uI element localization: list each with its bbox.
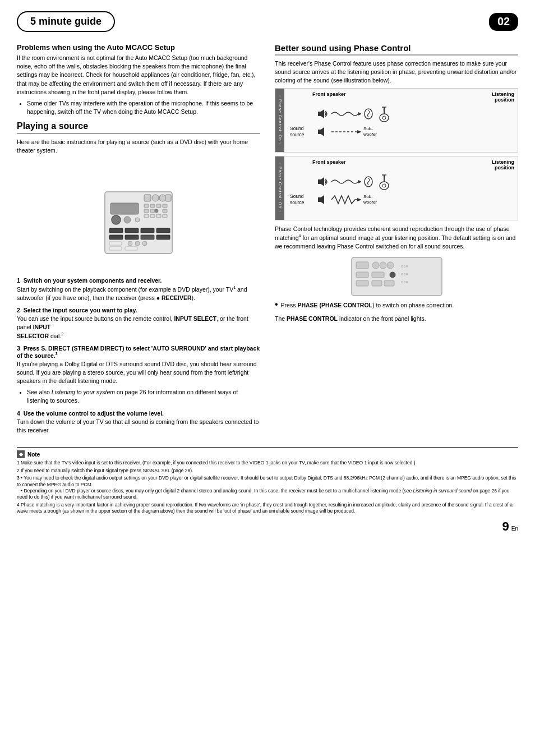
- phase-bullet: • Press PHASE (PHASE CONTROL) to switch …: [275, 301, 518, 312]
- better-sound-body: This receiver's Phase Control feature us…: [275, 59, 518, 85]
- svg-rect-10: [150, 204, 155, 208]
- receiver-diagram-wrap: [17, 158, 260, 270]
- phase-off-label: ←Phase Control: Off→: [275, 156, 284, 220]
- svg-rect-33: [109, 247, 122, 250]
- svg-rect-43: [318, 130, 321, 134]
- page-number-badge: 02: [489, 13, 518, 31]
- svg-rect-4: [165, 195, 171, 201]
- page-num-area: 9 En: [17, 519, 518, 534]
- step-2-input-select: INPUT SELECT: [174, 315, 216, 322]
- svg-point-39: [382, 116, 386, 119]
- step-1-receiver-label: RECEIVER: [162, 294, 192, 301]
- svg-rect-21: [109, 228, 123, 233]
- svg-marker-36: [358, 112, 361, 116]
- speaker-icon1: [316, 108, 328, 120]
- step-2-body: You can use the input source buttons on …: [17, 315, 260, 340]
- svg-rect-18: [150, 214, 155, 218]
- phase-diagram-off: ←Phase Control: Off→ Front speaker Liste…: [275, 156, 518, 220]
- wave-arrow1: [330, 109, 361, 118]
- svg-rect-27: [141, 235, 154, 239]
- phase-control-indicator-label: PHASE CONTROL: [287, 315, 338, 322]
- svg-marker-47: [358, 180, 361, 183]
- right-column: Better sound using Phase Control This re…: [275, 43, 518, 439]
- step-3-body: If you're playing a Dolby Digital or DTS…: [17, 360, 260, 386]
- speaker-icon2b: [316, 193, 328, 206]
- phase-indicator-text: The PHASE CONTROL indicator on the front…: [275, 315, 518, 323]
- phase-off-content: Front speaker Listeningposition: [284, 156, 518, 220]
- svg-rect-56: [356, 262, 368, 269]
- svg-point-31: [135, 241, 140, 246]
- ear-icon1: [363, 108, 373, 120]
- svg-text:○○○: ○○○: [401, 280, 408, 284]
- speaker-icon2: [316, 176, 328, 188]
- phase-off-row1: [290, 173, 513, 190]
- svg-text:○○○: ○○○: [401, 264, 408, 268]
- step-2-sup: 2: [61, 332, 63, 336]
- small-remote-wrap: ○○○ ○○○ ○○○: [275, 256, 518, 297]
- svg-point-3: [159, 195, 166, 201]
- footnote-2: 2 If you need to manually switch the inp…: [17, 468, 518, 474]
- svg-point-57: [372, 262, 379, 269]
- page: 5 minute guide 02 Problems when using th…: [0, 0, 535, 756]
- step-2-num: 2: [17, 307, 20, 314]
- svg-point-32: [142, 241, 147, 246]
- svg-rect-13: [144, 209, 149, 213]
- svg-point-58: [380, 262, 386, 269]
- phase-body: Phase Control technology provides cohere…: [275, 225, 518, 251]
- phase-on-row2: Soundsource Sub-woofer: [290, 126, 513, 138]
- step-3-title: 3 Press S. DIRECT (STREAM DIRECT) to sel…: [17, 345, 260, 359]
- problems-body: If the room environment is not optimal f…: [17, 54, 260, 96]
- svg-text:○○○: ○○○: [401, 272, 408, 276]
- svg-rect-17: [144, 214, 149, 218]
- svg-rect-60: [356, 272, 368, 278]
- svg-rect-9: [144, 204, 149, 208]
- ear-icon2: [363, 176, 373, 188]
- svg-rect-23: [141, 228, 154, 233]
- svg-rect-19: [156, 214, 161, 218]
- header: 5 minute guide 02: [17, 11, 518, 32]
- svg-rect-63: [356, 280, 368, 286]
- svg-marker-54: [357, 198, 361, 201]
- svg-point-49: [380, 182, 389, 190]
- svg-rect-16: [163, 209, 167, 213]
- svg-rect-35: [318, 112, 321, 116]
- sound-source-label1b: Soundsource: [290, 126, 313, 137]
- svg-point-30: [128, 241, 132, 246]
- svg-rect-25: [109, 235, 123, 239]
- svg-point-2: [152, 195, 159, 201]
- note-icon: ◆: [17, 450, 25, 458]
- svg-rect-64: [372, 280, 382, 286]
- svg-rect-5: [110, 203, 139, 214]
- svg-point-8: [135, 218, 140, 222]
- step-1-body: Start by switching on the playback compo…: [17, 285, 260, 302]
- footnote-1: 1 Make sure that the TV's video input is…: [17, 460, 518, 466]
- svg-rect-26: [125, 235, 139, 239]
- phase-on-front-label: Front speaker: [312, 91, 346, 97]
- svg-point-7: [124, 216, 131, 223]
- svg-rect-61: [372, 272, 384, 278]
- footnotes-section: ◆ Note 1 Make sure that the TV's video i…: [17, 447, 518, 515]
- small-remote-diagram: ○○○ ○○○ ○○○: [350, 256, 443, 297]
- svg-point-15: [155, 209, 158, 213]
- step-4: 4 Use the volume control to adjust the v…: [17, 410, 260, 435]
- note-label: Note: [27, 451, 40, 458]
- dashed-arrow1: [330, 127, 361, 136]
- guitar-icon1: [378, 105, 390, 122]
- step-2-title: 2 Select the input source you want to pl…: [17, 307, 260, 314]
- svg-rect-20: [163, 214, 167, 218]
- svg-rect-65: [384, 280, 394, 286]
- problems-heading: Problems when using the Auto MCACC Setup: [17, 43, 260, 52]
- wave-arrow2: [330, 177, 361, 186]
- svg-rect-29: [109, 242, 122, 245]
- subwoofer-label1: Sub-woofer: [363, 126, 377, 137]
- svg-point-38: [380, 114, 389, 122]
- step-2: 2 Select the input source you want to pl…: [17, 307, 260, 340]
- step-4-num: 4: [17, 410, 20, 417]
- step-1-num: 1: [17, 277, 20, 284]
- bullet-dot: •: [275, 300, 278, 309]
- svg-point-59: [387, 262, 394, 269]
- svg-point-62: [390, 272, 395, 278]
- page-number-display: 9: [502, 519, 509, 534]
- svg-rect-12: [163, 204, 167, 208]
- phase-on-label: ←Phase Control: On→: [275, 89, 284, 152]
